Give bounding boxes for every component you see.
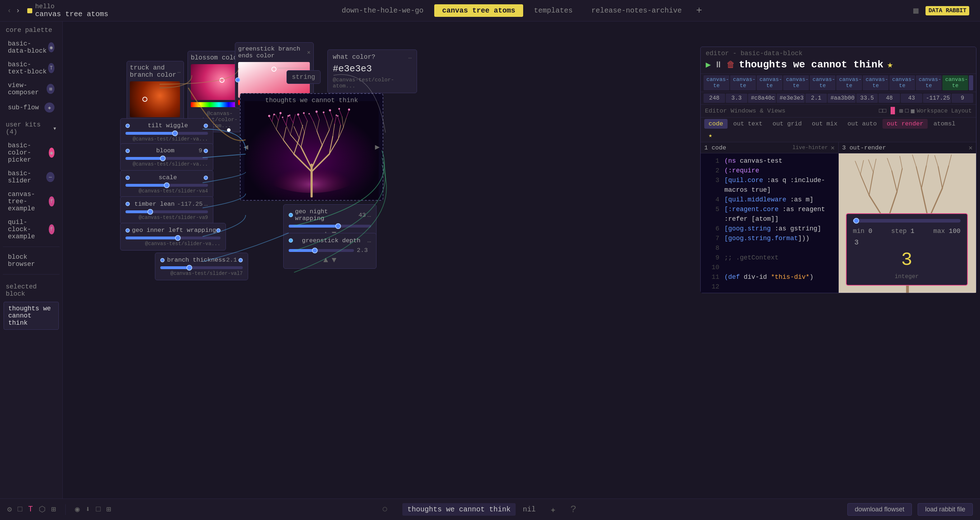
load-rabbit-file-button[interactable]: load rabbit file	[918, 503, 973, 516]
text-icon[interactable]: T	[28, 505, 33, 514]
view-btn-2[interactable]: ▐▌	[889, 107, 897, 115]
gsbe-close[interactable]: ✕	[307, 49, 310, 56]
download-flowset-button[interactable]: download flowset	[847, 503, 912, 516]
geo-night-track[interactable]	[289, 225, 371, 228]
branch-thickness-thumb[interactable]	[186, 265, 192, 271]
code-editor[interactable]: 1(ns canvas-test 2 (:require 3 [quil.cor…	[701, 154, 838, 293]
center-star-icon[interactable]: ✦	[550, 504, 556, 516]
branch-thickness-port-out[interactable]	[239, 258, 243, 262]
timber-lean-track[interactable]	[126, 210, 208, 213]
scale-port-in[interactable]	[126, 176, 130, 180]
sidebar-item-basic-slider[interactable]: basic-slider —	[2, 167, 60, 187]
timber-lean-thumb[interactable]	[147, 209, 153, 215]
geo-inner-left-port-in[interactable]	[126, 228, 130, 233]
geo-night-close[interactable]: …	[367, 211, 371, 219]
scale-slider[interactable]	[126, 184, 208, 187]
truck-branch-close[interactable]: …	[177, 68, 181, 75]
branch-thickness-port-in[interactable]	[160, 258, 165, 262]
tilt-wiggle-thumb[interactable]	[172, 130, 178, 136]
tree-nav-right[interactable]: ▶	[375, 142, 380, 152]
tab-templates[interactable]: templates	[526, 4, 581, 17]
center-circle-icon[interactable]: ○	[382, 504, 388, 515]
greenstick-depth-slider[interactable]: 2.3	[289, 247, 371, 254]
timber-lean-close[interactable]: …	[204, 200, 208, 208]
grid-icon[interactable]: ⊞	[51, 504, 56, 514]
tree-nav-left[interactable]: ◀	[243, 142, 248, 152]
geo-inner-left-slider[interactable]	[126, 236, 221, 239]
tab-out-auto[interactable]: out auto	[843, 119, 881, 128]
bloom-slider[interactable]	[126, 157, 208, 160]
bloom-port-in[interactable]	[126, 149, 130, 153]
canvas-area[interactable]: truck and branch color … @canvas-test/co…	[63, 22, 980, 498]
render-panel-close[interactable]: ✕	[969, 144, 972, 152]
tab-out-grid[interactable]: out grid	[768, 119, 806, 128]
sidebar-item-quil-clock-example[interactable]: quil-clock-example f	[2, 216, 60, 243]
geo-night-thumb[interactable]	[335, 223, 341, 229]
square2-icon[interactable]: □	[96, 505, 100, 514]
sidebar-item-block-browser[interactable]: block browser	[2, 250, 60, 271]
geo-inner-left-thumb[interactable]	[175, 235, 181, 241]
geo-night-port-in[interactable]	[289, 213, 293, 217]
tab-code[interactable]: code	[704, 119, 727, 128]
greenstick-depth-track[interactable]	[289, 249, 354, 252]
truck-branch-color-square[interactable]	[130, 81, 180, 117]
view-btn-5[interactable]: ▦	[911, 107, 915, 115]
timber-lean-slider[interactable]	[126, 210, 208, 213]
pause-button[interactable]: ⏸	[714, 60, 723, 70]
tilt-wiggle-track[interactable]	[126, 132, 208, 135]
tab-star[interactable]: ★	[704, 130, 716, 141]
bloom-port-out[interactable]	[204, 149, 208, 153]
geo-inner-left-track[interactable]	[126, 236, 221, 239]
tab-out-render[interactable]: out render	[883, 119, 928, 128]
tree-canvas-node[interactable]: thoughts we cannot think	[240, 93, 383, 201]
circle-icon[interactable]: ◉	[75, 504, 80, 514]
square-icon[interactable]: □	[18, 505, 22, 514]
tab-atomsl[interactable]: atomsl	[929, 119, 959, 128]
geo-night-slider[interactable]	[289, 225, 371, 228]
add-tab-button[interactable]: +	[696, 5, 702, 16]
sidebar-item-sub-flow[interactable]: sub-flow ◈	[2, 100, 60, 116]
down-icon[interactable]: ⬇	[85, 504, 90, 514]
scale-track[interactable]	[126, 184, 208, 187]
sidebar-item-canvas-tree-example[interactable]: canvas-tree-example f	[2, 188, 60, 215]
branch-thickness-slider[interactable]	[160, 266, 243, 269]
greenstick-depth-up[interactable]: ▲	[323, 256, 328, 265]
bloom-thumb[interactable]	[160, 155, 165, 161]
sidebar-item-basic-text-block[interactable]: basic-text-block T	[2, 58, 60, 78]
tab-release-notes[interactable]: release-notes-archive	[584, 4, 690, 17]
view-btn-1[interactable]: □□	[879, 108, 886, 114]
tilt-wiggle-slider[interactable]	[126, 132, 208, 135]
trash-button[interactable]: 🗑	[727, 60, 735, 70]
editor-star[interactable]: ★	[887, 59, 893, 71]
greenstick-depth-thumb[interactable]	[312, 247, 318, 254]
branch-thickness-track[interactable]	[160, 266, 243, 269]
center-question-icon[interactable]: ?	[571, 504, 577, 515]
play-button[interactable]: ▶	[706, 60, 711, 70]
tab-out-mix[interactable]: out mix	[808, 119, 842, 128]
timber-lean-port-in[interactable]	[126, 202, 130, 206]
nav-back-button[interactable]: ‹	[7, 6, 11, 15]
sidebar-item-basic-color-picker[interactable]: basic-color-picker ◉	[2, 139, 60, 166]
tilt-wiggle-port-out[interactable]	[204, 124, 208, 128]
greenstick-depth-down[interactable]: ▼	[332, 256, 336, 265]
what-color-close[interactable]: …	[408, 54, 412, 60]
greenstick-depth-port-in[interactable]	[289, 238, 293, 243]
nav-forward-button[interactable]: ›	[16, 6, 20, 15]
bloom-track[interactable]	[126, 157, 208, 160]
mini-slider-thumb[interactable]	[853, 218, 859, 224]
greenstick-depth-close[interactable]: …	[367, 237, 371, 244]
tab-out-text[interactable]: out text	[729, 119, 767, 128]
sidebar-item-basic-data-block[interactable]: basic-data-block ◉	[2, 37, 60, 57]
geo-inner-left-port-out[interactable]	[216, 228, 221, 233]
view-btn-4[interactable]: □	[905, 108, 908, 114]
scale-port-out[interactable]	[204, 176, 208, 180]
code-panel-close[interactable]: ✕	[831, 144, 835, 152]
hex-icon[interactable]: ⬡	[39, 504, 46, 514]
tilt-wiggle-port-in[interactable]	[126, 124, 130, 128]
scale-thumb[interactable]	[164, 182, 170, 188]
grid2-icon[interactable]: ⊞	[107, 504, 111, 514]
tab-down-the-hole[interactable]: down-the-hole-we-go	[334, 4, 431, 17]
tab-canvas-tree-atoms[interactable]: canvas tree atoms	[434, 4, 523, 17]
archive-icon[interactable]: ▦	[913, 5, 918, 16]
gsbe-port-in[interactable]	[235, 78, 240, 82]
